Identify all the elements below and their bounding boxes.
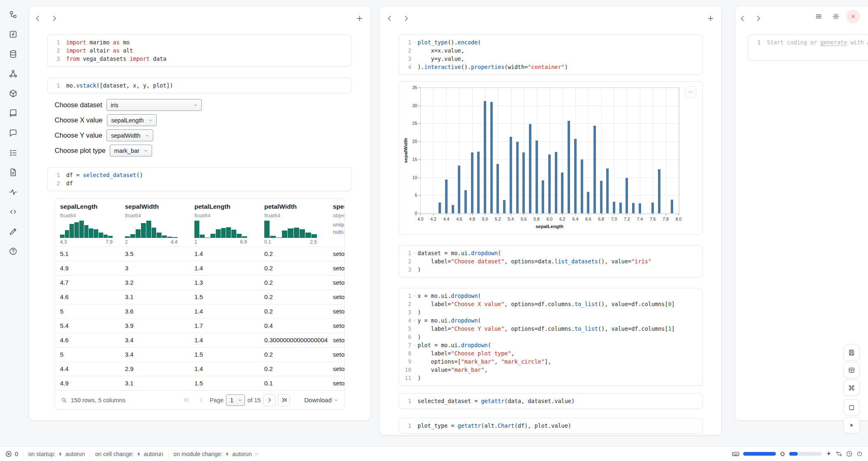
line-number: 4 [402, 316, 411, 325]
x-value-dropdown[interactable]: sepalLength [107, 114, 157, 126]
first-page-button[interactable] [180, 394, 192, 406]
layout-select-button[interactable] [843, 362, 860, 378]
notebook-menu-button[interactable] [812, 9, 826, 23]
table-cell: 0.2 [264, 304, 333, 318]
code-editor[interactable]: 1df = selected_dataset()2df [48, 168, 351, 191]
chart-bar [477, 152, 480, 213]
next-page-button[interactable] [263, 394, 275, 406]
rail-documentation-button[interactable] [6, 106, 20, 120]
editor-placeholder[interactable]: Start coding or generate with AI [767, 38, 868, 46]
keyboard-icon[interactable] [732, 450, 740, 458]
histogram-range: 4.37.9 [60, 239, 113, 245]
code-editor[interactable]: 1plot_type().encode(2 x=x.value,3 y=y.va… [399, 35, 702, 74]
code-line: ) [418, 308, 421, 316]
column-header-species[interactable]: speciesobjectunique:nulls: [333, 199, 345, 247]
rail-datasources-button[interactable] [6, 47, 20, 61]
code-editor[interactable]: 1plot_type = getattr(alt.Chart(df), plot… [399, 418, 702, 433]
swap-icon[interactable] [836, 450, 843, 457]
fold-icon[interactable] [411, 38, 418, 46]
rail-packages-button[interactable] [6, 86, 20, 100]
rail-snippets-button[interactable] [6, 205, 20, 219]
line-number: 4 [402, 63, 411, 71]
chevron-down-icon [334, 398, 339, 403]
range-max: 7.9 [106, 239, 113, 245]
layout-icon [848, 366, 855, 374]
column-header-sepalWidth[interactable]: sepalWidthfloat6424.4 [125, 199, 194, 247]
x-tick-label: 4.6 [456, 217, 462, 221]
save-notebook-button[interactable] [843, 344, 860, 361]
ai-sparkle-icon[interactable] [825, 450, 832, 457]
settings-button[interactable] [829, 9, 843, 23]
runtime-chip[interactable]: on module change:autorun [173, 451, 259, 457]
power-icon[interactable] [856, 450, 863, 457]
line-number: 1 [50, 171, 60, 179]
rail-scratchpad-button[interactable] [6, 224, 20, 238]
fold-icon[interactable] [411, 316, 418, 325]
x-tick-label: 5.2 [495, 217, 501, 221]
line-number: 2 [50, 46, 60, 55]
histogram-range: 24.4 [125, 239, 178, 245]
column-header-petalLength[interactable]: petalLengthfloat6416.9 [194, 199, 264, 247]
table-cell: 2.9 [125, 362, 194, 376]
code-line: import marimo as mo [66, 38, 129, 46]
chart-bar [439, 203, 441, 213]
table-cell: setosa [333, 362, 345, 376]
download-button[interactable]: Download [304, 396, 339, 403]
generate-with-ai-link[interactable]: generate [820, 39, 847, 46]
column-header-petalWidth[interactable]: petalWidthfloat640.12.5 [264, 199, 333, 247]
rail-help-button[interactable] [6, 244, 20, 258]
previous-page-button[interactable] [195, 394, 207, 406]
rail-functions-button[interactable] [6, 27, 20, 41]
column-histogram [60, 221, 113, 238]
rail-file-tree-button[interactable] [6, 7, 20, 21]
code-editor[interactable]: 1dataset = mo.ui.dropdown(2 label="Choos… [399, 246, 702, 277]
last-page-button[interactable] [278, 394, 290, 406]
chart-actions-button[interactable] [684, 86, 697, 98]
rail-logs-button[interactable] [6, 165, 20, 179]
y-value-dropdown[interactable]: sepalWidth [106, 129, 153, 141]
chevron-down-icon [148, 118, 153, 123]
column-stat: unique: [333, 222, 345, 228]
history-icon[interactable] [846, 450, 853, 457]
column-dtype: object [333, 212, 345, 219]
table-cell: 0.2 [264, 290, 333, 304]
plot-type-dropdown[interactable]: mark_bar [110, 145, 152, 157]
fold-icon[interactable] [411, 292, 418, 300]
close-panel-button[interactable] [846, 9, 860, 23]
empty-cell[interactable]: 1 Start coding or generate with AI [748, 35, 868, 61]
run-all-button[interactable] [843, 417, 860, 433]
rail-outline-button[interactable] [6, 145, 20, 159]
rail-ai-chat-button[interactable] [6, 126, 20, 140]
code-editor[interactable]: 1x = mo.ui.dropdown(2 label="Choose X va… [399, 288, 702, 385]
dataset-label: Choose dataset [55, 101, 102, 109]
line-number: 3 [402, 55, 411, 63]
table-cell: 3.4 [125, 333, 194, 347]
column3-scroll-right-button[interactable] [753, 13, 764, 24]
error-counter[interactable]: 0 [5, 450, 18, 458]
code-editor[interactable]: 1import marimo as mo2import altair as al… [48, 35, 351, 66]
fold-icon[interactable] [411, 249, 418, 257]
code-line: label="Choose plot type", [418, 349, 515, 357]
runtime-chip[interactable]: on startup:autorun [28, 451, 85, 457]
column-dtype: float64 [264, 212, 280, 219]
column-header-sepalLength[interactable]: sepalLengthfloat644.37.9 [60, 199, 125, 247]
page-select[interactable]: 1 [226, 394, 245, 406]
runtime-chip[interactable]: on cell change:autorun [95, 451, 163, 457]
column3-scroll-left-button[interactable] [737, 13, 748, 24]
rail-tracing-button[interactable] [6, 185, 20, 199]
table-cell: 3.6 [125, 304, 194, 318]
keyboard-shortcuts-button[interactable] [843, 380, 860, 396]
fold-icon[interactable] [411, 341, 418, 349]
plot-type-dropdown-value: mark_bar [114, 148, 139, 154]
code-editor[interactable]: 1selected_dataset = getattr(data, datase… [399, 394, 702, 408]
rail-dependency-graph-button[interactable] [6, 67, 20, 81]
outline-icon [9, 148, 18, 157]
code-editor[interactable]: 1mo.vstack([dataset, x, y, plot]) [48, 78, 351, 93]
dataset-dropdown[interactable]: iris [106, 99, 202, 111]
app-preview-button[interactable] [843, 399, 860, 416]
chart-bar [613, 202, 615, 213]
chart-bar [529, 124, 531, 213]
packages-icon [9, 89, 18, 98]
code-line: label="Choose dataset", options=data.lis… [418, 257, 651, 265]
cell-selected-dataset-cell: 1selected_dataset = getattr(data, datase… [399, 393, 703, 409]
